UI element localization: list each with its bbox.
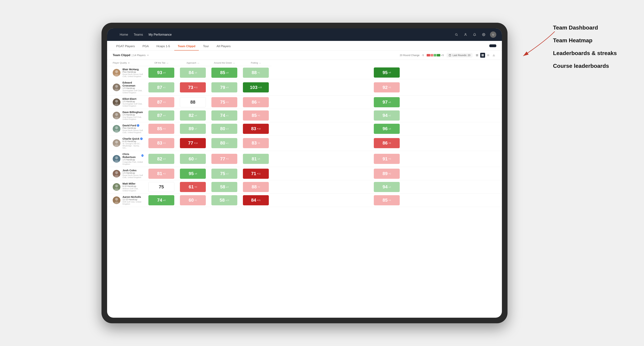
score-val-r3-c0: 87 [157, 113, 162, 118]
player-cell-1: Edward Crossman1-5 HandicapSunningdale G… [107, 79, 146, 96]
score-cell-r5-c0: 83▼3 [146, 135, 177, 151]
score-val-r5-c4: 86 [382, 140, 388, 146]
player-name-0: Blair McHarg [122, 68, 144, 71]
svg-rect-13 [482, 54, 482, 55]
annotation-area: Team DashboardTeam HeatmapLeaderboards &… [553, 14, 637, 75]
score-change-r6-c1: ▲2 [194, 158, 197, 160]
player-club-9: Drift Golf Club, United Kingdom [122, 201, 144, 205]
score-cell-r3-c3: 85▼3 [240, 109, 272, 122]
score-cell-r9-c0: 74▲8 [146, 194, 177, 207]
view-icon-list[interactable] [486, 53, 491, 58]
score-cell-r2-c4: 97▲5 [272, 96, 502, 109]
score-box-r3-c3: 85▼3 [243, 110, 269, 121]
table-row: Matt Miller6-10 HandicapWoburn Golf Club… [107, 180, 502, 194]
score-box-r8-c1: 61▼3 [180, 182, 206, 192]
profile-icon[interactable] [463, 32, 468, 37]
score-change-r6-c3: ▲4 [258, 158, 260, 160]
search-icon[interactable] [454, 32, 459, 37]
player-avatar-9 [113, 196, 120, 204]
score-change-r9-c3: ▼21 [257, 199, 260, 201]
player-handicap-2: 1-5 Handicap [122, 100, 144, 103]
col-around-green[interactable]: Around the Green — [208, 60, 240, 66]
score-box-r1-c0: 87▲1 [148, 82, 174, 92]
player-text-4: David Ford✓Plus HandicapRoyal North Devo… [122, 124, 144, 134]
score-val-r1-c0: 87 [157, 85, 162, 90]
player-info-5[interactable]: Charlie Quick✓6-10 HandicapSt. George's … [107, 135, 146, 151]
data-table-container: Player Quality ▼ Off the Tee — Approach … [107, 60, 502, 318]
tab-all-players[interactable]: All Players [213, 44, 234, 50]
player-info-8[interactable]: Matt Miller6-10 HandicapWoburn Golf Club… [107, 180, 146, 193]
player-table: Player Quality ▼ Off the Tee — Approach … [107, 60, 502, 207]
score-box-r5-c4: 86▼8 [374, 138, 400, 148]
col-putting[interactable]: Putting — [240, 60, 272, 66]
add-team-button[interactable] [489, 44, 496, 47]
player-cell-2: Elliot Ebert1-5 HandicapSunningdale Golf… [107, 96, 146, 109]
player-info-4[interactable]: David Ford✓Plus HandicapRoyal North Devo… [107, 122, 146, 135]
player-text-5: Charlie Quick✓6-10 HandicapSt. George's … [122, 137, 144, 149]
score-cell-r4-c0: 85▼3 [146, 122, 177, 135]
player-handicap-3: 1-5 Handicap [122, 114, 144, 116]
player-name-3: Dave Billingham [122, 111, 144, 114]
score-cell-r8-c1: 61▼3 [177, 180, 208, 194]
player-cell-8: Matt Miller6-10 HandicapWoburn Golf Club… [107, 180, 146, 194]
score-change-r8-c2: ▲4 [226, 186, 228, 188]
table-row: David Ford✓Plus HandicapRoyal North Devo… [107, 122, 502, 135]
svg-point-32 [115, 126, 118, 129]
last-rounds-selector[interactable]: Last Rounds: 20 [446, 53, 472, 57]
edit-team-icon[interactable]: ✏ [147, 54, 149, 57]
col-approach[interactable]: Approach — [177, 60, 208, 66]
score-change-r7-c1: ▲8 [194, 173, 197, 175]
svg-point-40 [115, 184, 118, 187]
score-cell-r4-c2: 80▲3 [208, 122, 240, 135]
tab-team-clippd[interactable]: Team Clippd [174, 44, 199, 50]
svg-point-24 [115, 70, 118, 73]
nav-link-home[interactable]: Home [120, 33, 128, 36]
svg-point-27 [114, 89, 119, 91]
score-box-r5-c1: 77▼14 [180, 138, 206, 148]
player-info-0[interactable]: Blair McHargPlus HandicapRoyal North Dev… [107, 66, 146, 79]
score-change-r9-c2: ▲10 [226, 199, 229, 201]
score-box-r0-c2: 85▲8 [212, 68, 237, 78]
score-cell-r4-c1: 89▲7 [177, 122, 208, 135]
player-info-3[interactable]: Dave Billingham1-5 HandicapGog Magog Gol… [107, 109, 146, 122]
score-box-r3-c1: 82▲4 [180, 110, 206, 121]
score-val-r0-c4: 95 [382, 70, 388, 75]
col-player-quality[interactable]: Player Quality ▼ [107, 60, 146, 66]
player-info-7[interactable]: Josh Coles1-5 HandicapRoyal North Devon … [107, 167, 146, 180]
nav-link-myperformance[interactable]: My Performance [148, 33, 172, 36]
score-box-r2-c0: 87▼3 [148, 97, 174, 107]
score-val-r7-c1: 95 [189, 171, 194, 176]
player-handicap-1: 1-5 Handicap [122, 87, 144, 89]
score-change-r8-c4: ▲3 [388, 186, 391, 188]
score-change-r2-c4: ▲5 [388, 101, 391, 103]
score-change-r5-c0: ▼3 [163, 142, 166, 144]
view-icon-download[interactable] [492, 53, 496, 58]
tab-tour[interactable]: Tour [200, 44, 212, 50]
nav-link-teams[interactable]: Teams [134, 33, 143, 36]
svg-point-1 [455, 33, 457, 35]
settings-icon[interactable] [481, 32, 486, 37]
view-icon-heatmap[interactable] [480, 53, 485, 58]
score-val-r7-c3: 71 [251, 171, 256, 176]
player-name-7: Josh Coles [122, 169, 144, 172]
player-info-6[interactable]: Chris Robertson✓1-5 HandicapCraigmillar … [107, 151, 146, 167]
score-change-r0-c3: ▼1 [258, 72, 260, 74]
player-info-2[interactable]: Elliot Ebert1-5 HandicapSunningdale Golf… [107, 96, 146, 109]
tab-hcaps[interactable]: Hcaps 1-5 [153, 44, 174, 50]
col-off-tee[interactable]: Off the Tee — [146, 60, 177, 66]
player-info-1[interactable]: Edward Crossman1-5 HandicapSunningdale G… [107, 79, 146, 95]
score-box-r1-c2: 79▲9 [212, 82, 237, 92]
cb-red [427, 54, 430, 56]
svg-rect-9 [476, 54, 477, 55]
score-change-r7-c2: ▲2 [226, 173, 228, 175]
score-cell-r8-c4: 94▲3 [272, 180, 502, 194]
tab-pga[interactable]: PGA [139, 44, 152, 50]
score-box-r1-c1: 73▼11 [180, 82, 206, 92]
view-icon-grid[interactable] [474, 53, 480, 58]
player-info-9[interactable]: Aaron Nicholls11-15 HandicapDrift Golf C… [107, 194, 146, 207]
player-club-5: St. George's Hill GC - Weybridge - Surre… [122, 143, 144, 149]
user-avatar[interactable]: U [490, 31, 496, 38]
bell-icon[interactable] [472, 32, 478, 37]
player-text-1: Edward Crossman1-5 HandicapSunningdale G… [122, 81, 144, 94]
tab-pgat-players[interactable]: PGAT Players [113, 44, 138, 50]
